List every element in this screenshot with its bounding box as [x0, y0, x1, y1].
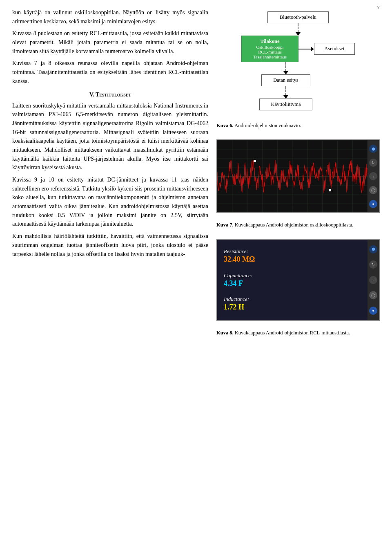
paragraph-1: kun käyttäjä on valinnut oskilloskooppit…: [12, 8, 208, 26]
asetukset-box: Asetukset: [314, 43, 355, 55]
rcl-btn-2[interactable]: ‹: [369, 276, 377, 284]
rcl-capacitance-value: 4.34 F: [224, 279, 361, 288]
rcl-resistance-row: Resistance: 32.40 MΩ: [224, 248, 361, 264]
tilakone-box: Tilakone Oskilloskooppi RCL-mittaus Tasa…: [241, 36, 298, 62]
section-title-text: V. Testitulokset: [89, 92, 131, 98]
osc-btn-2[interactable]: ‹: [369, 172, 377, 180]
osc-btn-1[interactable]: ↻: [369, 159, 377, 167]
osc-btn-3[interactable]: ◯: [369, 186, 377, 194]
osc-sidebar: ⬢ ↻ ‹ ◯ ●: [368, 140, 379, 212]
rcl-resistance-value: 32.40 MΩ: [224, 255, 361, 264]
rcl-btn-4[interactable]: ●: [369, 307, 377, 315]
paragraph-6: Kun mahdollisia häiriölähteitä tutkittii…: [12, 232, 208, 258]
diagram: Bluetooth-palvelu Tilakone Oskilloskoopp…: [216, 8, 380, 114]
paragraph-3: Kuvissa 7 ja 8 oikeassa reunassa olevill…: [12, 59, 208, 85]
osc-waveform: [217, 140, 368, 212]
rcl-resistance-label: Resistance:: [224, 248, 361, 255]
kayttol-box: Käyttöliittymä: [259, 99, 312, 110]
paragraph-4: Laitteen suorituskykyä mitattiin vertaam…: [12, 101, 208, 173]
rcl-capacitance-label: Capacitance:: [224, 272, 361, 279]
rcl-display: Resistance: 32.40 MΩ Capacitance: 4.34 F…: [217, 240, 368, 320]
bluetooth-box: Bluetooth-palvelu: [267, 11, 329, 23]
osc-btn-bluetooth[interactable]: ⬢: [369, 145, 377, 153]
figure7-caption: Kuva 7. Kuvakaappaus Android-ohjelmiston…: [216, 221, 380, 229]
paragraph-5: Kuvissa 9 ja 10 on esitetty mitatut DC-j…: [12, 175, 208, 229]
right-column: Bluetooth-palvelu Tilakone Oskilloskoopp…: [216, 8, 380, 340]
bluetooth-icon: ⬢: [372, 147, 375, 151]
datan-esitys-box: Datan esitys: [261, 74, 310, 86]
rcl-inductance-row: Inductance: 1.72 H: [224, 296, 361, 312]
rcl-inductance-label: Inductance:: [224, 296, 361, 303]
paragraph-2: Kuvassa 8 puolestaan on esitetty RCL-mit…: [12, 29, 208, 56]
figure7-screenshot: Max: 217.40 mV 10 ms/div Avg: 1.01 mV Mi…: [216, 139, 380, 213]
osc-display: Max: 217.40 mV 10 ms/div Avg: 1.01 mV Mi…: [217, 140, 368, 212]
rcl-inductance-value: 1.72 H: [224, 303, 361, 312]
section-title: V. Testitulokset: [12, 92, 208, 98]
osc-btn-4[interactable]: ●: [369, 200, 377, 208]
rcl-btn-3[interactable]: ◯: [369, 291, 377, 299]
rcl-btn-1[interactable]: ↻: [369, 260, 377, 269]
figure8-caption: Kuva 8. Kuvakaappaus Android-ohjelmiston…: [216, 329, 380, 337]
rcl-sidebar: ⬢ ↻ ‹ ◯ ●: [368, 240, 379, 320]
figure6-caption: Kuva 6. Android-ohjelmiston vuokaavio.: [216, 122, 380, 130]
left-column: kun käyttäjä on valinnut oskilloskooppit…: [12, 8, 208, 340]
rcl-btn-bluetooth[interactable]: ⬢: [369, 245, 377, 253]
figure8-screenshot: Resistance: 32.40 MΩ Capacitance: 4.34 F…: [216, 239, 380, 321]
bluetooth-icon-2: ⬢: [372, 247, 375, 251]
rcl-capacitance-row: Capacitance: 4.34 F: [224, 272, 361, 288]
